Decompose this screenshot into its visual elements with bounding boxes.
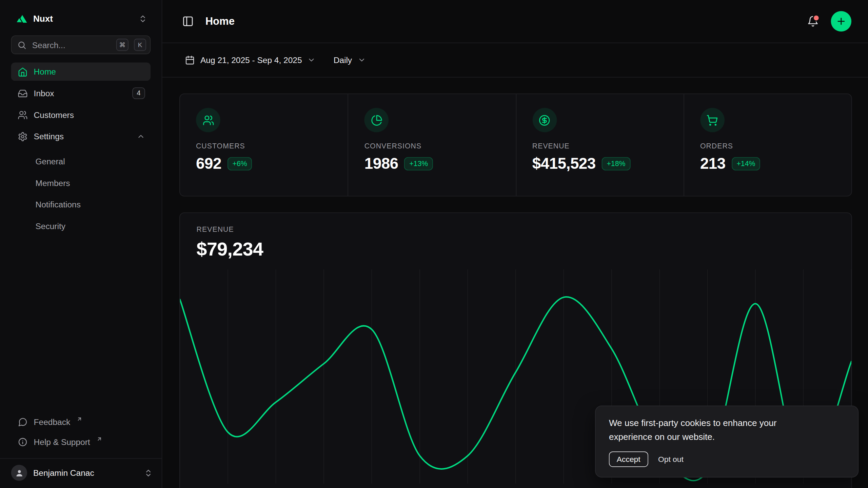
panel-left-icon: [182, 16, 194, 27]
stat-delta-badge: +18%: [602, 157, 630, 170]
plus-icon: [836, 16, 846, 26]
info-circle-icon: [18, 437, 27, 447]
sidebar-item-label: Settings: [34, 132, 64, 141]
cart-icon: [707, 114, 718, 126]
sidebar: Nuxt Search... ⌘ K Home: [0, 0, 162, 488]
avatar: [11, 465, 27, 481]
message-bubble-icon: [18, 417, 27, 427]
footer-link-label: Feedback: [34, 417, 71, 427]
stat-customers: CUSTOMERS 692 +6%: [180, 94, 348, 196]
stats-card: CUSTOMERS 692 +6% CONVERSIONS 1986: [179, 94, 852, 197]
stat-value: 213: [700, 155, 726, 172]
date-range-label: Aug 21, 2025 - Sep 4, 2025: [200, 55, 302, 65]
app: Nuxt Search... ⌘ K Home: [0, 0, 868, 488]
nuxt-logo-icon: [16, 13, 28, 25]
sidebar-nav: Home Inbox 4 Customers: [11, 62, 151, 235]
granularity-select[interactable]: Daily: [328, 52, 371, 68]
stat-delta-badge: +14%: [732, 157, 760, 170]
inbox-icon: [18, 88, 27, 98]
chevron-down-icon: [357, 56, 366, 64]
stat-value: 1986: [364, 155, 398, 172]
user-menu[interactable]: Benjamin Canac: [0, 458, 162, 488]
stat-icon-circle: [196, 108, 220, 132]
stat-orders: ORDERS 213 +14%: [684, 94, 851, 196]
kbd-k: K: [134, 39, 146, 51]
brand-name: Nuxt: [33, 14, 53, 24]
stat-icon-circle: [532, 108, 557, 132]
footer-link-label: Help & Support: [34, 437, 90, 447]
sidebar-top: Nuxt Search... ⌘ K Home: [0, 0, 162, 235]
add-button[interactable]: [831, 11, 851, 32]
stat-value: 692: [196, 155, 221, 172]
chevrons-up-down-icon: [138, 14, 147, 23]
revenue-card-label: REVENUE: [197, 225, 835, 233]
sidebar-item-notifications[interactable]: Notifications: [11, 195, 151, 214]
sub-item-label: General: [35, 157, 65, 166]
chevron-down-icon: [308, 56, 316, 64]
sidebar-footer: Feedback Help & Support: [0, 413, 162, 458]
home-icon: [18, 67, 27, 77]
stat-label: CUSTOMERS: [196, 142, 332, 150]
stat-icon-circle: [700, 108, 725, 132]
pie-chart-icon: [371, 114, 382, 126]
stat-delta-badge: +13%: [405, 157, 433, 170]
notification-dot: [813, 14, 820, 21]
sidebar-item-label: Customers: [34, 110, 74, 120]
granularity-label: Daily: [334, 55, 352, 65]
gear-icon: [18, 131, 27, 141]
cookie-banner: We use first-party cookies to enhance yo…: [595, 406, 859, 477]
optout-cookies-button[interactable]: Opt out: [658, 452, 684, 466]
page-title: Home: [205, 15, 235, 27]
kbd-meta: ⌘: [116, 39, 129, 51]
sidebar-item-inbox[interactable]: Inbox 4: [11, 84, 151, 102]
circle-dollar-icon: [539, 114, 550, 126]
sidebar-item-label: Home: [34, 67, 56, 77]
sidebar-item-general[interactable]: General: [11, 152, 151, 170]
workspace-switcher[interactable]: Nuxt: [11, 9, 151, 29]
feedback-link[interactable]: Feedback: [11, 413, 151, 431]
stat-conversions: CONVERSIONS 1986 +13%: [348, 94, 516, 196]
stat-icon-circle: [364, 108, 389, 132]
stat-revenue: REVENUE $415,523 +18%: [516, 94, 684, 196]
users-icon: [18, 110, 27, 120]
search-input[interactable]: Search... ⌘ K: [11, 35, 151, 54]
stat-label: ORDERS: [700, 142, 835, 150]
sidebar-item-security[interactable]: Security: [11, 217, 151, 235]
cookie-message: We use first-party cookies to enhance yo…: [609, 417, 809, 444]
chevron-up-icon: [137, 132, 145, 140]
inbox-count-badge: 4: [132, 87, 145, 99]
chevrons-up-down-icon: [144, 468, 153, 477]
stat-delta-badge: +6%: [228, 157, 252, 170]
date-range-picker[interactable]: Aug 21, 2025 - Sep 4, 2025: [179, 52, 321, 68]
filter-toolbar: Aug 21, 2025 - Sep 4, 2025 Daily: [162, 43, 868, 77]
sub-item-label: Security: [35, 221, 65, 231]
search-icon: [17, 40, 27, 49]
help-support-link[interactable]: Help & Support: [11, 433, 151, 450]
person-icon: [15, 468, 23, 477]
sidebar-item-members[interactable]: Members: [11, 174, 151, 192]
stat-label: REVENUE: [532, 142, 668, 150]
users-icon: [202, 114, 214, 126]
sub-item-label: Notifications: [35, 200, 80, 209]
sidebar-toggle-button[interactable]: [180, 13, 196, 29]
notifications-button[interactable]: [805, 13, 821, 29]
external-link-icon: [76, 416, 82, 422]
stat-label: CONVERSIONS: [364, 142, 500, 150]
sidebar-item-settings[interactable]: Settings: [11, 127, 151, 146]
revenue-card-value: $79,234: [197, 239, 835, 260]
calendar-icon: [185, 55, 195, 65]
accept-cookies-button[interactable]: Accept: [609, 451, 648, 467]
sub-item-label: Members: [35, 178, 70, 188]
stat-value: $415,523: [532, 155, 596, 172]
user-name: Benjamin Canac: [33, 468, 94, 477]
search-placeholder: Search...: [32, 40, 111, 49]
header: Home: [162, 0, 868, 43]
sidebar-item-customers[interactable]: Customers: [11, 106, 151, 124]
external-link-icon: [96, 436, 102, 442]
sidebar-item-home[interactable]: Home: [11, 62, 151, 81]
sidebar-item-label: Inbox: [34, 88, 54, 98]
settings-subnav: General Members Notifications Security: [11, 152, 151, 235]
